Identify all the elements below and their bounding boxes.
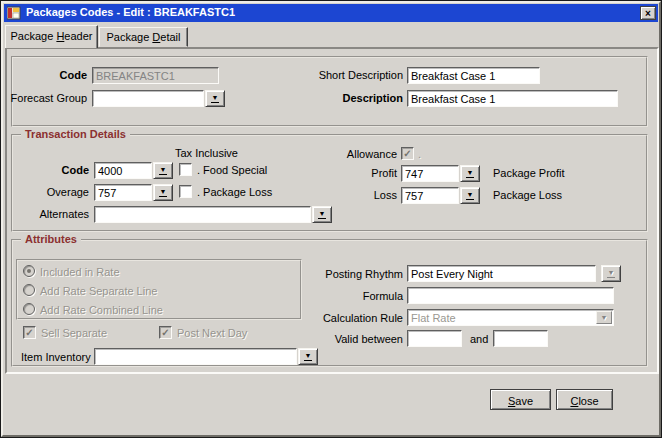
sell-separate-checkbox: ✓ <box>23 326 36 339</box>
posting-rhythm-label: Posting Rhythm <box>313 268 403 280</box>
sell-separate-label: Sell Separate <box>41 327 107 339</box>
allowance-checkbox: ✓ <box>401 147 414 160</box>
lov-down-arrow-icon: ▼ <box>466 169 475 178</box>
check-icon: ✓ <box>24 327 35 338</box>
loss-label: Loss <box>331 189 397 201</box>
post-next-day-label: Post Next Day <box>177 327 247 339</box>
overage-field[interactable] <box>94 184 152 201</box>
loss-field[interactable] <box>401 187 459 204</box>
food-special-label: . Food Special <box>197 164 267 176</box>
lov-down-arrow-icon: ▼ <box>304 352 313 361</box>
loss-description: Package Loss <box>493 189 562 201</box>
package-loss-checkbox[interactable]: ✓ <box>179 185 192 198</box>
check-icon: ✓ <box>160 327 171 338</box>
profit-description: Package Profit <box>493 167 565 179</box>
posting-rhythm-field[interactable] <box>407 265 596 282</box>
radio-add-rate-separate-line-label: Add Rate Separate Line <box>40 285 157 297</box>
alternates-field[interactable] <box>94 206 311 223</box>
close-action-button[interactable]: Close <box>556 389 613 410</box>
profit-lov-button[interactable]: ▼ <box>460 165 480 182</box>
window-title: Packages Codes - Edit : BREAKFASTC1 <box>26 6 235 18</box>
save-button-label: ave <box>515 395 533 407</box>
app-icon <box>7 6 21 20</box>
formula-field[interactable] <box>407 287 614 304</box>
radio-included-in-rate-label: Included in Rate <box>40 266 120 278</box>
alternates-label: Alternates <box>21 208 89 220</box>
tab-label: Package <box>11 30 57 42</box>
tab-label: eader <box>64 30 92 42</box>
posting-rhythm-lov-button: ▼ <box>601 265 621 282</box>
tab-label: Package <box>106 31 152 43</box>
radio-add-rate-separate-line <box>23 284 35 296</box>
loss-lov-button[interactable]: ▼ <box>460 187 480 204</box>
post-next-day-checkbox: ✓ <box>159 326 172 339</box>
radio-add-rate-combined-line <box>23 303 35 315</box>
overage-label: Overage <box>21 186 89 198</box>
forecast-group-field[interactable] <box>92 90 204 107</box>
combo-down-arrow-icon: ▼ <box>596 311 612 324</box>
food-special-checkbox[interactable]: ✓ <box>179 163 192 176</box>
close-icon: × <box>645 8 651 19</box>
tab-label: etail <box>160 31 180 43</box>
title-bar[interactable]: Packages Codes - Edit : BREAKFASTC1 × <box>4 4 658 22</box>
tax-inclusive-label: Tax Inclusive <box>175 147 238 159</box>
profit-label: Profit <box>331 167 397 179</box>
close-button[interactable]: × <box>640 6 656 20</box>
and-label: and <box>470 333 488 345</box>
close-button-label: lose <box>578 395 598 407</box>
lov-down-arrow-icon: ▼ <box>159 166 168 175</box>
lov-down-arrow-icon: ▼ <box>607 269 616 278</box>
description-field[interactable] <box>407 90 618 107</box>
forecast-group-lov-button[interactable]: ▼ <box>205 90 225 107</box>
allowance-suffix: . <box>418 148 421 160</box>
item-inventory-field[interactable] <box>94 348 297 365</box>
short-description-label: Short Description <box>296 69 403 81</box>
tab-package-header[interactable]: Package Header <box>5 25 98 48</box>
transaction-details-title: Transaction Details <box>21 128 130 140</box>
valid-between-label: Valid between <box>313 333 403 345</box>
forecast-group-label: Forecast Group <box>7 92 87 104</box>
transaction-code-field[interactable] <box>94 162 152 179</box>
package-loss-checkbox-label: . Package Loss <box>197 186 272 198</box>
valid-from-field[interactable] <box>407 330 462 347</box>
attributes-title: Attributes <box>21 233 81 245</box>
check-icon: ✓ <box>402 148 413 159</box>
tab-package-detail[interactable]: Package Detail <box>99 27 188 47</box>
radio-add-rate-combined-line-label: Add Rate Combined Line <box>40 304 163 316</box>
save-button[interactable]: Save <box>490 389 551 410</box>
calculation-rule-combobox: ▼ <box>407 309 614 326</box>
valid-to-field[interactable] <box>493 330 548 347</box>
profit-field[interactable] <box>401 165 459 182</box>
code-field <box>92 67 219 84</box>
item-inventory-lov-button[interactable]: ▼ <box>298 348 318 365</box>
transaction-code-lov-button[interactable]: ▼ <box>153 162 173 179</box>
overage-lov-button[interactable]: ▼ <box>153 184 173 201</box>
item-inventory-label: Item Inventory <box>21 351 91 363</box>
lov-down-arrow-icon: ▼ <box>211 94 220 103</box>
lov-down-arrow-icon: ▼ <box>466 191 475 200</box>
description-label: Description <box>296 92 403 104</box>
calculation-rule-label: Calculation Rule <box>313 312 403 324</box>
radio-included-in-rate <box>23 265 35 277</box>
lov-down-arrow-icon: ▼ <box>159 188 168 197</box>
formula-label: Formula <box>313 290 403 302</box>
allowance-label: Allowance <box>331 148 397 160</box>
code-label: Code <box>11 69 87 81</box>
short-description-field[interactable] <box>407 67 540 84</box>
transaction-code-label: Code <box>21 164 89 176</box>
window: Packages Codes - Edit : BREAKFASTC1 × Pa… <box>0 0 662 438</box>
lov-down-arrow-icon: ▼ <box>318 210 327 219</box>
alternates-lov-button[interactable]: ▼ <box>312 206 332 223</box>
